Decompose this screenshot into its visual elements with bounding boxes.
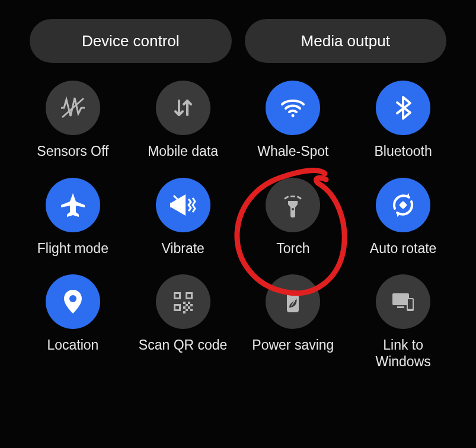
tile-label: Scan QR code [139,337,228,354]
tile-label: Power saving [252,337,334,354]
svg-rect-18 [188,302,190,304]
tile-link-to-windows[interactable]: Link to Windows [348,274,458,370]
svg-rect-21 [183,306,186,309]
tile-label: Link to Windows [356,337,451,370]
media-output-button[interactable]: Media output [245,19,447,63]
tile-scan-qr[interactable]: Scan QR code [128,274,238,370]
svg-rect-19 [186,304,188,306]
svg-rect-5 [290,196,295,197]
svg-rect-22 [188,306,190,309]
torch-icon [266,178,320,232]
tile-label: Vibrate [161,241,204,257]
svg-rect-25 [183,311,186,313]
tile-vibrate[interactable]: Vibrate [128,178,238,257]
tile-wifi[interactable]: Whale-Spot [238,81,349,160]
svg-point-8 [292,208,294,210]
svg-rect-12 [175,294,179,297]
tile-label: Location [47,337,98,354]
mobile-data-icon [156,81,210,135]
svg-rect-29 [397,306,404,308]
tile-mobile-data[interactable]: Mobile data [128,81,238,160]
svg-rect-27 [290,290,296,293]
tile-label: Mobile data [148,143,218,160]
device-control-button[interactable]: Device control [30,19,232,63]
tile-label: Auto rotate [370,241,437,257]
tile-torch[interactable]: Torch [238,178,349,257]
tile-sensors-off[interactable]: Sensors Off [18,81,128,160]
svg-rect-24 [190,309,193,311]
svg-rect-28 [392,293,409,305]
svg-rect-6 [284,196,289,200]
svg-point-3 [292,114,295,117]
svg-rect-23 [186,309,188,311]
tile-bluetooth[interactable]: Bluetooth [348,81,458,160]
tile-label: Bluetooth [375,143,432,160]
tile-label: Sensors Off [37,143,108,160]
svg-rect-20 [190,304,193,306]
tile-power-saving[interactable]: Power saving [238,274,349,370]
bluetooth-icon [376,81,430,135]
airplane-icon [46,178,100,232]
vibrate-icon [156,178,210,232]
svg-rect-9 [399,201,407,209]
wifi-icon [266,81,320,135]
tile-location[interactable]: Location [18,274,128,370]
location-pin-icon [46,274,100,329]
svg-rect-16 [175,306,179,309]
tile-label: Whale-Spot [257,143,328,160]
power-saving-icon [266,274,320,329]
tile-auto-rotate[interactable]: Auto rotate [348,178,458,257]
auto-rotate-icon [376,178,430,232]
svg-rect-17 [183,302,186,304]
quick-settings-grid: Sensors Off Mobile data Whale-Spot [0,63,476,370]
tile-flight-mode[interactable]: Flight mode [18,178,128,257]
tile-label: Torch [276,241,309,257]
qr-code-icon [156,274,210,329]
svg-point-10 [69,295,76,302]
tile-label: Flight mode [37,241,108,257]
sensors-off-icon [46,81,100,135]
svg-rect-7 [297,196,302,200]
svg-rect-31 [408,299,413,309]
svg-rect-14 [187,294,191,297]
link-to-windows-icon [376,274,430,329]
